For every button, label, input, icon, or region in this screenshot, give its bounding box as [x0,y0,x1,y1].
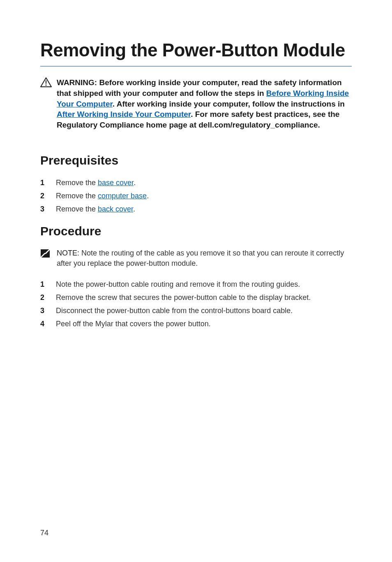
list-text-pre: Remove the [56,179,98,187]
link-base-cover[interactable]: base cover [98,179,134,187]
warning-text: WARNING: Before working inside your comp… [57,77,352,130]
list-body: Remove the back cover. [56,204,352,214]
list-number: 1 [40,177,45,188]
list-body: Peel off the Mylar that covers the power… [56,318,352,329]
list-text-post: . [133,205,135,213]
list-number: 2 [40,190,45,201]
list-item: 1 Remove the base cover. [40,177,352,188]
list-text-post: . [134,179,136,187]
list-number: 3 [40,204,45,214]
svg-point-1 [46,85,47,86]
note-text: NOTE: Note the routing of the cable as y… [57,248,352,269]
list-item: 2 Remove the screw that secures the powe… [40,292,352,303]
list-body: Remove the base cover. [56,177,352,188]
list-body: Note the power-button cable routing and … [56,279,352,290]
link-after-working[interactable]: After Working Inside Your Computer [57,110,191,118]
list-number: 1 [40,279,45,290]
list-item: 2 Remove the computer base. [40,190,352,201]
page-number: 74 [40,529,48,537]
list-number: 2 [40,292,45,303]
page-title: Removing the Power-Button Module [40,40,352,67]
procedure-heading: Procedure [40,224,352,238]
prerequisites-heading: Prerequisites [40,153,352,167]
list-number: 3 [40,305,45,316]
warning-text-mid1: . After working inside your computer, fo… [113,100,345,108]
list-item: 1 Note the power-button cable routing an… [40,279,352,290]
list-body: Disconnect the power-button cable from t… [56,305,352,316]
note-body: Note the routing of the cable as you rem… [57,249,344,268]
warning-callout: WARNING: Before working inside your comp… [40,77,352,130]
list-item: 4 Peel off the Mylar that covers the pow… [40,318,352,329]
link-back-cover[interactable]: back cover [98,205,133,213]
list-body: Remove the screw that secures the power-… [56,292,352,303]
prerequisites-list: 1 Remove the base cover. 2 Remove the co… [40,177,352,214]
link-computer-base[interactable]: computer base [98,192,147,200]
list-item: 3 Remove the back cover. [40,204,352,214]
list-text-pre: Remove the [56,192,98,200]
list-item: 3 Disconnect the power-button cable from… [40,305,352,316]
list-body: Remove the computer base. [56,190,352,201]
note-icon [40,249,50,258]
note-callout: NOTE: Note the routing of the cable as y… [40,248,352,269]
list-text-pre: Remove the [56,205,98,213]
procedure-list: 1 Note the power-button cable routing an… [40,279,352,329]
list-text-post: . [147,192,149,200]
list-number: 4 [40,318,45,329]
warning-icon [40,77,52,87]
note-label: NOTE: [57,249,79,257]
